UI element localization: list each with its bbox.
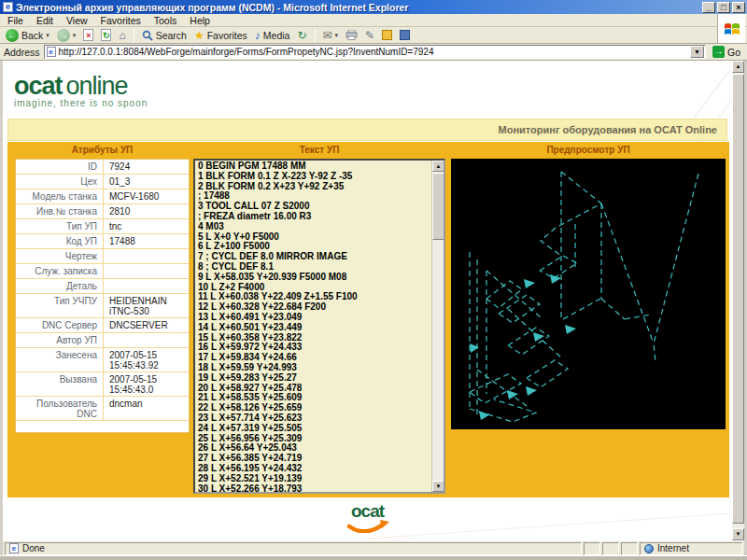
attribute-row: Инв.№ станка 2810 [16,204,189,219]
attribute-value [104,249,189,263]
column-headers: Атрибуты УП Текст УП Предпросмотр УП [7,142,729,158]
scrollbar-down-button[interactable]: ▼ [732,528,744,540]
attribute-label: Занесена [16,348,104,371]
attribute-label: ID [16,160,104,174]
maximize-button[interactable]: □ [717,2,730,13]
messenger-icon [382,30,392,40]
ie-document-icon: e [3,2,13,12]
program-code-lines: 0 BEGIN PGM 17488 MM1 BLK FORM 0.1 Z X-2… [198,161,430,494]
attribute-row: Цех 01_3 [16,175,189,189]
media-button[interactable]: ♪ Media [253,28,292,43]
attribute-value: 17488 [104,234,189,248]
attribute-label: Инв.№ станка [16,204,104,218]
discuss-icon [400,30,410,40]
menu-item[interactable]: Edit [36,15,53,26]
forward-dropdown-icon[interactable]: ▾ [73,32,77,39]
address-input[interactable]: e http://127.0.0.1:8084/WebForge/mainfor… [44,45,706,59]
code-line: 1 BLK FORM 0.1 Z X-223 Y-92 Z -35 [198,172,430,182]
forward-button[interactable]: → ▾ [55,28,78,43]
back-dropdown-icon[interactable]: ▾ [46,32,49,39]
attribute-row: Вызвана 2007-05-15 15:45:43.0 [16,372,189,397]
menu-item[interactable]: Tools [154,15,177,26]
history-button[interactable]: ↻ [295,28,308,43]
browser-scrollbar[interactable]: ▲ ▼ [732,61,744,540]
attribute-row: Модель станка MCFV-1680 [16,189,189,204]
footer-logo: ocat [346,503,389,537]
attribute-label: Код УП [16,234,104,248]
back-label: Back [21,30,43,41]
search-label: Search [156,30,187,41]
scrollbar-up-button[interactable]: ▲ [732,61,744,73]
menu-item[interactable]: File [7,15,23,26]
attribute-value: 2007-05-15 15:45:43.92 [104,348,189,371]
browser-window: e Электронный архив управляющих программ… [0,0,747,560]
search-button[interactable]: Search [140,28,189,43]
attribute-row: ID 7924 [16,160,189,175]
attribute-label: Цех [16,175,104,189]
back-button[interactable]: ← Back ▾ [4,28,51,43]
attribute-value: 2007-05-15 15:45:43.0 [104,372,189,396]
attribute-value: dncman [104,397,189,420]
favorites-button[interactable]: ★ Favorites [192,28,249,43]
status-pane [584,542,600,555]
mail-dropdown-icon[interactable]: ▾ [335,32,339,39]
attribute-value: HEIDENHAIN iTNC-530 [104,294,189,317]
stop-button[interactable]: × [81,28,95,43]
scrollbar-thumb[interactable] [732,74,744,524]
mail-icon: ✉ [323,29,332,42]
menu-item[interactable]: Favorites [101,15,141,26]
scroll-thumb[interactable] [432,173,444,240]
attribute-label: Автор УП [16,333,104,347]
scroll-up-button[interactable]: ▲ [432,161,444,172]
print-icon [345,30,358,40]
status-page-icon: e [9,543,19,553]
menu-item[interactable]: View [66,15,88,26]
code-line: ; FREZA diametr 16.00 R3 [198,212,430,222]
attribute-row: Служ. записка [16,264,189,279]
attribute-label: Вызвана [16,372,104,396]
code-line: 24 L X+57.319 Y+25.505 [198,424,430,434]
minimize-button[interactable]: _ [702,2,715,13]
edit-button[interactable]: ✎ [363,28,376,43]
decor-diagonal [367,512,730,539]
windows-flag-icon [723,20,741,38]
go-button[interactable]: → Go [710,46,743,58]
attributes-table: ID 7924 Цех 01_3 Модель станка MCFV-1680 [15,159,190,433]
refresh-icon: ↻ [101,29,111,41]
home-button[interactable]: ⌂ [117,28,127,43]
discuss-button[interactable] [398,28,412,43]
program-text-panel[interactable]: 0 BEGIN PGM 17488 MM1 BLK FORM 0.1 Z X-2… [193,159,445,494]
code-line: 2 BLK FORM 0.2 X+23 Y+92 Z+35 [198,182,430,192]
attribute-row: Пользователь DNC dncman [16,397,189,421]
main-panel-area: Атрибуты УП Текст УП Предпросмотр УП ID … [7,142,729,497]
print-button[interactable] [344,28,359,43]
mail-button[interactable]: ✉ ▾ [321,28,341,43]
windows-flag-logo [717,14,745,43]
code-line: 4 M03 [198,222,430,232]
page-footer: ocat [3,497,732,540]
address-url[interactable]: http://127.0.0.1:8084/WebForge/mainforge… [59,47,687,57]
window-bottom-edge [0,555,747,560]
search-icon [142,30,153,41]
messenger-button[interactable] [380,28,394,43]
internet-globe-icon [644,544,654,553]
code-line: 19 L X+59.283 Y+25.27 [198,373,430,384]
status-pane [621,542,638,555]
menu-item[interactable]: Help [190,15,210,26]
refresh-button[interactable]: ↻ [99,28,113,43]
favorites-star-icon: ★ [194,29,204,42]
address-dropdown-button[interactable]: ▼ [690,46,704,58]
attribute-row: DNC Сервер DNCSERVER [16,318,189,333]
attribute-label: Пользователь DNC [16,397,104,420]
title-bar: e Электронный архив управляющих программ… [0,0,747,14]
page-content: ocatonline imagine, there is no spoon Мо… [3,61,732,540]
status-pane [602,542,619,555]
attribute-label: DNC Сервер [16,318,104,332]
code-line: 30 L X+52.266 Y+18.793 [198,484,430,495]
attribute-row: Автор УП [16,333,189,348]
go-label: Go [727,47,740,58]
scroll-down-button[interactable]: ▼ [432,481,444,492]
program-scrollbar[interactable]: ▲ ▼ [431,161,444,492]
attributes-header: Атрибуты УП [15,145,190,155]
close-button[interactable]: × [732,2,745,13]
